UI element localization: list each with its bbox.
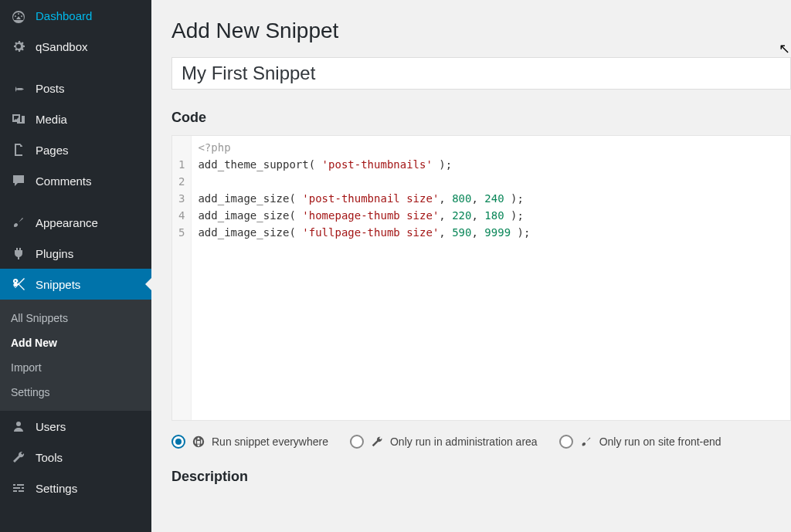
run-option-label: Only run in administration area [390,435,538,448]
sidebar-item-label: qSandbox [36,40,88,53]
run-option-label: Only run on site front-end [599,435,721,448]
code-section-label: Code [171,110,791,126]
sidebar-item-label: Dashboard [36,9,92,22]
gear-icon [9,39,28,54]
user-icon [9,418,28,434]
submenu-item-all-snippets[interactable]: All Snippets [0,306,151,330]
sidebar-item-dashboard[interactable]: Dashboard [0,0,151,31]
code-editor[interactable]: 1 2 3 4 5 <?php add_theme_support( 'post… [171,135,791,421]
run-option-frontend[interactable]: Only run on site front-end [559,435,721,449]
sidebar-item-snippets[interactable]: Snippets [0,269,151,300]
sidebar-item-posts[interactable]: Posts [0,73,151,103]
plug-icon [9,246,28,261]
radio-checked-icon [171,435,185,449]
code-body[interactable]: <?php add_theme_support( 'post-thumbnail… [192,136,536,420]
sidebar-item-label: Plugins [36,247,73,260]
wand-icon [579,435,593,449]
media-icon [9,111,28,127]
wrench-icon [370,435,384,449]
sidebar-item-label: Tools [36,451,63,464]
sidebar-item-label: Posts [36,82,65,95]
radio-icon [559,435,573,449]
pages-icon [9,142,28,158]
pin-icon [9,80,28,96]
cursor-icon: ↖ [779,40,790,57]
sidebar-item-label: Comments [36,175,92,188]
submenu-item-settings[interactable]: Settings [0,380,151,405]
sidebar-item-tools[interactable]: Tools [0,442,151,473]
run-option-everywhere[interactable]: Run snippet everywhere [171,435,328,449]
sidebar-item-label: Users [36,420,66,433]
sidebar-item-media[interactable]: Media [0,103,151,134]
run-scope-options: Run snippet everywhere Only run in admin… [171,435,791,449]
globe-icon [192,435,205,449]
sidebar-item-pages[interactable]: Pages [0,134,151,165]
main-content: Add New Snippet Code 1 2 3 4 5 <?php add… [151,0,791,532]
sidebar-item-label: Settings [36,482,77,495]
sidebar-item-comments[interactable]: Comments [0,165,151,196]
sidebar-item-label: Media [36,113,67,126]
sidebar-item-label: Appearance [36,216,98,229]
run-option-label: Run snippet everywhere [212,435,328,448]
admin-sidebar: Dashboard qSandbox Posts Media Pages Com… [0,0,151,532]
scissors-icon [9,276,28,292]
sidebar-item-users[interactable]: Users [0,411,151,442]
sidebar-submenu: All Snippets Add New Import Settings [0,300,151,411]
description-section-label: Description [171,469,791,485]
sidebar-item-label: Pages [36,144,69,157]
page-title: Add New Snippet [171,19,791,43]
brush-icon [9,215,28,230]
sidebar-item-appearance[interactable]: Appearance [0,207,151,238]
wrench-icon [9,449,28,465]
radio-icon [350,435,364,449]
submenu-item-import[interactable]: Import [0,355,151,380]
sidebar-item-plugins[interactable]: Plugins [0,238,151,269]
sidebar-item-settings[interactable]: Settings [0,473,151,503]
sliders-icon [9,480,28,496]
sidebar-item-label: Snippets [36,278,80,291]
comment-icon [9,173,28,188]
dashboard-icon [9,8,28,23]
snippet-title-input[interactable] [171,57,791,90]
code-gutter: 1 2 3 4 5 [172,136,192,420]
sidebar-item-qsandbox[interactable]: qSandbox [0,31,151,62]
run-option-admin[interactable]: Only run in administration area [350,435,538,449]
submenu-item-add-new[interactable]: Add New [0,330,151,355]
